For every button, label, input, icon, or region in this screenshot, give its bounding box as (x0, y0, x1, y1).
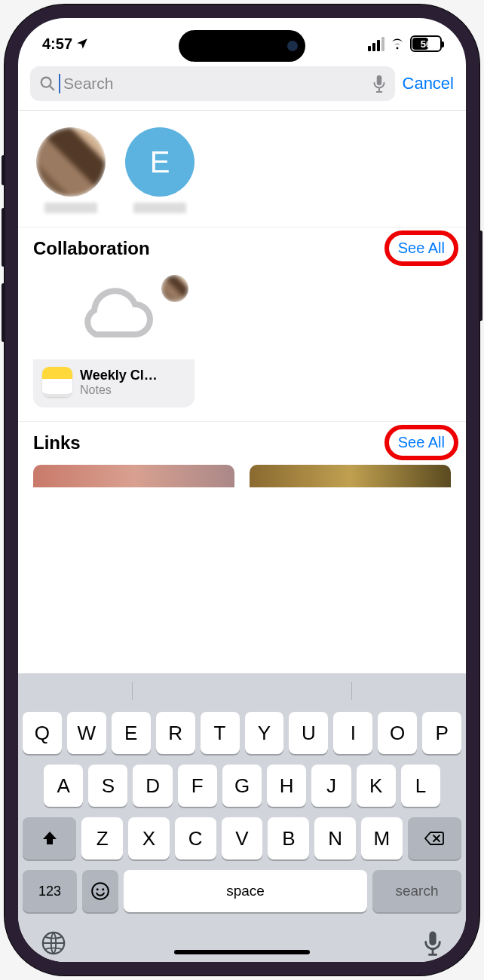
avatar-initial: E (125, 127, 195, 197)
key-t[interactable]: T (201, 712, 240, 754)
collaboration-title: Collaboration (33, 238, 150, 259)
avatar (36, 127, 106, 197)
links-see-all-button[interactable]: See All (392, 431, 451, 454)
collaboration-header: Collaboration See All (18, 227, 466, 266)
space-key[interactable]: space (124, 870, 367, 912)
candidate-bar (23, 682, 461, 701)
key-y[interactable]: Y (245, 712, 284, 754)
delete-icon (424, 830, 445, 847)
key-l[interactable]: L (401, 765, 440, 807)
shift-key[interactable] (23, 817, 76, 859)
mute-switch[interactable] (2, 155, 5, 185)
key-f[interactable]: F (178, 765, 217, 807)
key-row-4: 123 space search (23, 870, 461, 912)
cloud-icon (69, 285, 159, 345)
dynamic-island (179, 30, 305, 62)
participant-avatar (161, 275, 188, 302)
key-m[interactable]: M (361, 817, 403, 859)
key-b[interactable]: B (268, 817, 309, 859)
link-thumb-1[interactable] (33, 465, 234, 487)
shift-icon (41, 829, 59, 847)
collaboration-card[interactable]: Weekly Cl… Notes (33, 270, 195, 408)
person-1-name (44, 203, 97, 213)
svg-line-1 (50, 86, 54, 90)
key-h[interactable]: H (267, 765, 306, 807)
key-x[interactable]: X (128, 817, 170, 859)
collab-title: Weekly Cl… (80, 368, 158, 383)
people-suggestions: E (18, 111, 466, 227)
key-s[interactable]: S (88, 765, 127, 807)
search-key[interactable]: search (372, 870, 461, 912)
cancel-button[interactable]: Cancel (403, 74, 454, 93)
power-button[interactable] (479, 230, 482, 321)
highlight-ring (384, 425, 458, 460)
iphone-frame: 4:57 56 Cancel (5, 5, 479, 975)
content-area: E Collaboration See All (18, 111, 466, 673)
person-1[interactable] (36, 127, 106, 213)
person-2-name (133, 203, 186, 213)
links-header: Links See All (18, 421, 466, 460)
key-j[interactable]: J (311, 765, 351, 807)
text-cursor (59, 74, 60, 93)
collab-subtitle: Notes (80, 383, 158, 397)
volume-up-button[interactable] (2, 208, 5, 267)
svg-rect-2 (376, 75, 381, 85)
key-w[interactable]: W (67, 712, 106, 754)
key-u[interactable]: U (289, 712, 328, 754)
key-n[interactable]: N (314, 817, 356, 859)
notes-app-icon (42, 367, 72, 397)
location-icon (75, 37, 89, 50)
key-r[interactable]: R (156, 712, 195, 754)
delete-key[interactable] (408, 817, 461, 859)
wifi-icon (389, 37, 406, 50)
cellular-icon (368, 37, 384, 51)
screen: 4:57 56 Cancel (18, 18, 466, 962)
key-i[interactable]: I (333, 712, 372, 754)
key-k[interactable]: K (357, 765, 396, 807)
emoji-icon (90, 881, 110, 901)
svg-rect-7 (429, 932, 436, 946)
battery-icon: 56 (410, 35, 442, 52)
key-z[interactable]: Z (81, 817, 123, 859)
search-bar: Cancel (18, 59, 466, 111)
key-row-1: QWERTYUIOP (23, 712, 461, 754)
key-row-3: ZXCVBNM (23, 817, 461, 859)
mic-icon[interactable] (372, 75, 386, 93)
highlight-ring (384, 230, 458, 266)
svg-point-5 (102, 888, 104, 890)
status-time: 4:57 (42, 35, 72, 53)
search-input[interactable] (63, 75, 369, 93)
key-c[interactable]: C (175, 817, 216, 859)
home-indicator[interactable] (174, 950, 310, 954)
svg-point-4 (96, 888, 99, 890)
key-g[interactable]: G (222, 765, 262, 807)
links-title: Links (33, 432, 81, 453)
links-row (18, 460, 466, 487)
svg-point-3 (92, 883, 109, 899)
keyboard: QWERTYUIOP ASDFGHJKL ZXCVBNM 123 space s… (18, 673, 466, 962)
key-row-2: ASDFGHJKL (23, 765, 461, 807)
key-q[interactable]: Q (23, 712, 62, 754)
link-thumb-2[interactable] (250, 465, 451, 487)
emoji-key[interactable] (82, 870, 118, 912)
numbers-key[interactable]: 123 (23, 870, 77, 912)
key-a[interactable]: A (44, 765, 83, 807)
key-e[interactable]: E (112, 712, 151, 754)
volume-down-button[interactable] (2, 283, 5, 342)
key-d[interactable]: D (133, 765, 172, 807)
collab-preview (33, 270, 195, 359)
key-o[interactable]: O (378, 712, 417, 754)
search-field[interactable] (30, 66, 395, 101)
front-camera-icon (287, 41, 298, 51)
collaboration-see-all-button[interactable]: See All (392, 237, 451, 260)
key-p[interactable]: P (422, 712, 461, 754)
globe-icon[interactable] (41, 930, 66, 956)
person-2[interactable]: E (125, 127, 195, 213)
dictation-icon[interactable] (422, 930, 443, 956)
search-icon (39, 75, 56, 92)
key-v[interactable]: V (222, 817, 263, 859)
